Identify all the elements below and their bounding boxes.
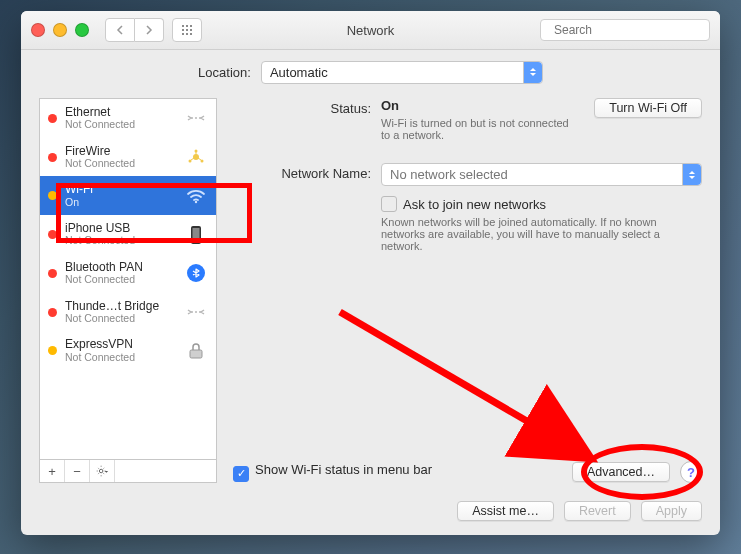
checkbox-icon [381,196,397,212]
show-status-label: Show Wi-Fi status in menu bar [255,462,432,477]
sidebar-item-firewire[interactable]: FireWire Not Connected [40,138,216,177]
ask-to-join-checkbox[interactable]: Ask to join new networks [381,197,546,212]
assist-me-button[interactable]: Assist me… [457,501,554,521]
show-status-checkbox[interactable]: Show Wi-Fi status in menu bar [233,462,432,482]
svg-point-26 [191,311,193,313]
gear-icon [95,464,109,478]
service-status: Not Connected [65,274,176,286]
svg-point-4 [186,29,188,31]
forward-button[interactable] [135,18,164,42]
svg-point-21 [195,201,197,203]
status-dot-icon [48,308,57,317]
service-action-menu[interactable] [90,460,115,482]
apply-button[interactable]: Apply [641,501,702,521]
help-button[interactable]: ? [680,461,702,483]
svg-point-8 [190,33,192,35]
svg-point-24 [195,241,197,243]
svg-point-1 [186,25,188,27]
service-name: Thunde…t Bridge [65,300,176,313]
search-input[interactable] [552,22,706,38]
svg-point-13 [199,117,201,119]
service-sidebar: Ethernet Not Connected FireWire Not Conn… [39,98,217,483]
footer-buttons: Assist me… Revert Apply [21,495,720,535]
ask-to-join-label: Ask to join new networks [403,197,546,212]
svg-point-12 [195,117,197,119]
remove-service-button[interactable]: − [65,460,90,482]
sidebar-item-ethernet[interactable]: Ethernet Not Connected [40,99,216,138]
location-select[interactable]: Automatic [261,61,543,84]
iphone-icon [184,225,208,245]
wifi-icon [184,186,208,206]
chevron-right-icon [145,25,153,35]
service-status: Not Connected [65,235,176,247]
svg-rect-23 [193,228,200,240]
lock-icon [184,341,208,361]
network-name-select[interactable]: No network selected [381,163,702,186]
ask-to-join-description: Known networks will be joined automatica… [381,216,661,252]
status-dot-icon [48,153,57,162]
zoom-window-button[interactable] [75,23,89,37]
sidebar-item-expressvpn[interactable]: ExpressVPN Not Connected [40,331,216,370]
location-value: Automatic [270,65,328,80]
revert-button[interactable]: Revert [564,501,631,521]
svg-point-6 [182,33,184,35]
status-label: Status: [233,98,381,141]
sidebar-item-iphone-usb[interactable]: iPhone USB Not Connected [40,215,216,254]
svg-point-2 [190,25,192,27]
svg-point-0 [182,25,184,27]
advanced-button[interactable]: Advanced… [572,462,670,482]
firewire-icon [184,147,208,167]
svg-point-3 [182,29,184,31]
location-label: Location: [198,65,251,80]
svg-point-30 [99,469,103,473]
service-name: ExpressVPN [65,338,176,351]
bluetooth-icon [184,263,208,283]
back-button[interactable] [105,18,135,42]
svg-line-20 [198,158,201,160]
grid-icon [181,24,193,36]
search-field[interactable] [540,19,710,41]
add-service-button[interactable]: + [40,460,65,482]
status-dot-icon [48,114,57,123]
service-status: Not Connected [65,158,176,170]
window-controls [31,23,89,37]
status-description: Wi-Fi is turned on but is not connected … [381,117,574,141]
network-name-label: Network Name: [233,163,381,252]
checkbox-checked-icon [233,466,249,482]
svg-line-19 [191,158,194,160]
service-name: Wi-Fi [65,183,176,196]
svg-rect-29 [190,350,202,358]
status-dot-icon [48,230,57,239]
service-list-footer: + − [39,459,217,483]
sidebar-item-bluetooth-pan[interactable]: Bluetooth PAN Not Connected [40,254,216,293]
network-preferences-window: Network Location: Automatic Et [21,11,720,535]
network-name-value: No network selected [390,167,508,182]
svg-point-27 [195,311,197,313]
chevron-left-icon [116,25,124,35]
service-status: Not Connected [65,313,176,325]
minimize-window-button[interactable] [53,23,67,37]
location-row: Location: Automatic [21,50,720,94]
service-name: FireWire [65,145,176,158]
service-list[interactable]: Ethernet Not Connected FireWire Not Conn… [39,98,217,459]
service-status: Not Connected [65,119,176,131]
detail-pane: Status: On Wi-Fi is turned on but is not… [233,98,702,483]
titlebar: Network [21,11,720,50]
service-status: On [65,197,176,209]
chevron-updown-icon [523,62,542,83]
chevron-updown-icon [682,164,701,185]
svg-point-11 [191,117,193,119]
show-all-button[interactable] [172,18,202,42]
wifi-toggle-button[interactable]: Turn Wi-Fi Off [594,98,702,118]
svg-point-7 [186,33,188,35]
nav-back-forward [105,18,164,42]
service-status: Not Connected [65,352,176,364]
sidebar-item-wifi[interactable]: Wi-Fi On [40,176,216,215]
ethernet-icon [184,108,208,128]
close-window-button[interactable] [31,23,45,37]
sidebar-item-thunderbolt-bridge[interactable]: Thunde…t Bridge Not Connected [40,293,216,332]
svg-point-5 [190,29,192,31]
ethernet-icon [184,302,208,322]
status-value: On [381,98,574,113]
status-dot-icon [48,269,57,278]
